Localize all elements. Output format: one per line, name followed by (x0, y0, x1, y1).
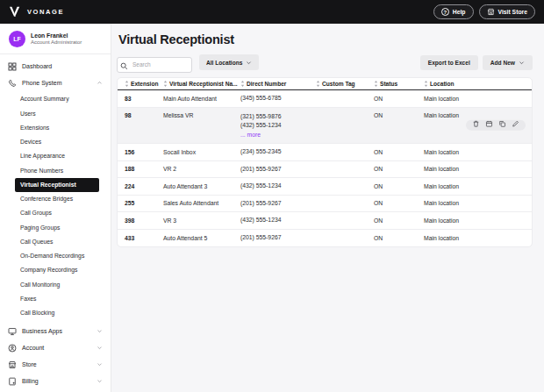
cell-extension: 188 (118, 166, 163, 172)
receptionist-table: ExtensionVirtual Receptionist Na...Direc… (117, 77, 533, 247)
table-row-extension-83[interactable]: 83Main Auto Attendant(345) 555-6785ONMai… (118, 90, 532, 108)
more-numbers-link[interactable]: ... more (240, 131, 316, 140)
cell-receptionist-name: Socail Inbox (163, 149, 240, 155)
sidebar-item-dashboard[interactable]: Dashboard (0, 58, 111, 75)
cell-direct-number: (345) 555-6785 (240, 94, 316, 103)
vonage-logo: VONAGE (9, 6, 64, 18)
top-bar: VONAGE Help Visit Store (0, 0, 544, 24)
vonage-v-icon (9, 6, 22, 18)
edit-icon[interactable] (512, 120, 519, 128)
cell-extension: 255 (118, 200, 163, 206)
sidebar-divider (0, 53, 111, 54)
sidebar-item-business-apps[interactable]: Business Apps (0, 323, 111, 339)
direct-number: (321) 555-9876 (240, 112, 316, 122)
user-name: Leon Frankel (31, 32, 82, 39)
cell-direct-number: (201) 555-9267 (240, 165, 316, 175)
storefront-icon (8, 360, 17, 369)
delete-icon[interactable] (472, 120, 480, 128)
cell-receptionist-name: Auto Attendant 3 (163, 183, 240, 189)
toolbar: All Locations Export to Excel Add New (117, 54, 533, 70)
cell-direct-number: (432) 555-1234 (240, 216, 316, 225)
phone-icon (8, 79, 17, 88)
cell-location: Main location (424, 149, 532, 155)
direct-number: (345) 555-6785 (240, 94, 316, 103)
sidebar-item-line-appearance[interactable]: Line Appearance (0, 149, 111, 163)
cell-status: ON (374, 166, 424, 172)
main-content: Virtual Receptionist All Locations Expor… (111, 24, 544, 392)
cell-location: Main location (424, 166, 532, 172)
cell-receptionist-name: Main Auto Attendant (163, 96, 240, 102)
calendar-icon[interactable] (485, 120, 493, 128)
cell-extension: 156 (118, 149, 163, 155)
user-profile[interactable]: LF Leon Frankel Account Administrator (0, 28, 111, 53)
chevron-down-icon (519, 60, 525, 66)
chevron-down-icon (97, 361, 103, 367)
visit-store-label: Visit Store (498, 9, 528, 15)
phone-system-submenu: Account SummaryUsersExtensionsDevicesLin… (0, 92, 111, 320)
sidebar-item-label: Store (22, 361, 37, 367)
sidebar-item-phone-system[interactable]: Phone System (0, 75, 111, 91)
column-header-extension[interactable]: Extension (118, 80, 163, 89)
table-row-extension-433[interactable]: 433Auto Attendant 5(201) 555-9267ONMain … (118, 230, 532, 247)
sidebar-sections: Business AppsAccountStoreBillingReports (0, 323, 111, 392)
locations-filter-button[interactable]: All Locations (199, 54, 259, 70)
chevron-up-icon (97, 80, 103, 86)
cell-status: ON (374, 217, 424, 224)
table-row-extension-98[interactable]: 98Melissa VR(321) 555-9876(432) 555-1234… (118, 108, 532, 145)
visit-store-button[interactable]: Visit Store (479, 4, 536, 19)
sidebar-item-call-blocking[interactable]: Call Blocking (0, 306, 111, 320)
cell-status: ON (374, 112, 424, 118)
table-row-extension-156[interactable]: 156Socail Inbox(234) 555-2345ONMain loca… (118, 144, 532, 161)
chevron-down-icon (97, 378, 103, 384)
column-header-location[interactable]: Location (424, 80, 532, 89)
storefront-icon (487, 8, 495, 16)
person-circle-icon (8, 344, 17, 353)
cell-location: Main location (424, 183, 532, 189)
user-role: Account Administrator (31, 39, 82, 46)
sidebar-item-account[interactable]: Account (0, 339, 111, 356)
table-row-extension-224[interactable]: 224Auto Attendant 3(432) 555-1234ONMain … (118, 178, 532, 196)
sidebar-item-call-monitoring[interactable]: Call Monitoring (0, 277, 111, 291)
table-row-extension-188[interactable]: 188VR 2(201) 555-9267ONMain location (118, 161, 532, 179)
cell-status: ON (374, 235, 424, 241)
column-header-direct-number[interactable]: Direct Number (240, 80, 316, 89)
sidebar-item-devices[interactable]: Devices (0, 135, 111, 149)
sidebar-item-conference-bridges[interactable]: Conference Bridges (0, 192, 111, 206)
sidebar-item-call-groups[interactable]: Call Groups (0, 206, 111, 220)
sidebar-item-faxes[interactable]: Faxes (0, 292, 111, 306)
column-header-custom-tag[interactable]: Custom Tag (316, 80, 374, 89)
export-label: Export to Excel (428, 60, 470, 66)
cell-location: Main location (424, 235, 532, 241)
table-row-extension-255[interactable]: 255Sales Auto Attendant(201) 555-9267ONM… (118, 196, 532, 213)
table-row-extension-398[interactable]: 398VR 3(432) 555-1234ONMain location (118, 212, 532, 230)
sidebar-item-users[interactable]: Users (0, 106, 111, 120)
help-label: Help (453, 9, 466, 15)
sidebar-item-on-demand-recordings[interactable]: On-Demand Recordings (0, 249, 111, 263)
cell-receptionist-name: VR 3 (163, 217, 240, 224)
sidebar-item-virtual-receptionist[interactable]: Virtual Receptionist (15, 178, 99, 192)
cell-direct-number: (432) 555-1234 (240, 182, 316, 191)
sidebar-item-paging-groups[interactable]: Paging Groups (0, 220, 111, 234)
direct-number: (234) 555-2345 (240, 147, 316, 157)
help-button[interactable]: Help (433, 4, 474, 19)
add-new-button[interactable]: Add New (483, 55, 533, 70)
direct-number: (201) 555-9267 (240, 233, 316, 243)
sidebar-item-account-summary[interactable]: Account Summary (0, 92, 111, 106)
cell-receptionist-name: Sales Auto Attendant (163, 200, 240, 206)
sidebar-item-billing[interactable]: Billing (0, 373, 111, 389)
export-to-excel-button[interactable]: Export to Excel (420, 55, 478, 70)
column-header-virtual-receptionist-na[interactable]: Virtual Receptionist Na... (163, 80, 240, 89)
cell-status: ON (374, 149, 424, 155)
sidebar-item-store[interactable]: Store (0, 356, 111, 373)
sidebar-item-phone-numbers[interactable]: Phone Numbers (0, 163, 111, 177)
sidebar-item-label: Dashboard (22, 63, 52, 69)
cell-status: ON (374, 200, 424, 206)
sidebar-item-extensions[interactable]: Extensions (0, 121, 111, 135)
avatar: LF (9, 31, 25, 47)
column-header-status[interactable]: Status (374, 80, 424, 89)
copy-icon[interactable] (498, 120, 506, 128)
cell-extension: 224 (118, 183, 163, 189)
sidebar-item-call-queues[interactable]: Call Queues (0, 235, 111, 249)
direct-number: (432) 555-1234 (240, 216, 316, 225)
sidebar-item-company-recordings[interactable]: Company Recordings (0, 263, 111, 277)
